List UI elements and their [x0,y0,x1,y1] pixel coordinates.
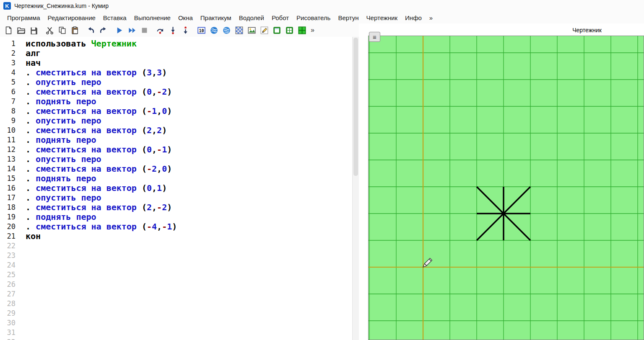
step-into-button[interactable] [167,25,179,36]
drawer-pane: Чертежник ≡ [363,23,644,340]
code-text: . сместиться на вектор (3,3) [26,68,167,77]
code-line-4[interactable]: 4. сместиться на вектор (3,3) [0,68,352,77]
line-number: 2 [0,49,17,58]
line-number: 26 [0,280,17,289]
undo-button[interactable] [85,25,96,36]
line-number: 28 [0,299,17,309]
code-editor[interactable]: 1использовать Чертежник2алг3нач4. смести… [0,37,352,340]
code-line-29[interactable]: 29 [0,309,352,318]
code-line-3[interactable]: 3нач [0,58,352,68]
menu-overflow-button[interactable]: » [426,13,436,23]
drawer-window-button[interactable] [283,25,295,36]
vodoley-button[interactable] [208,25,220,36]
run-icon [115,26,123,34]
editor-scrollbar-thumb[interactable] [353,38,358,176]
new-button[interactable] [3,25,14,36]
code-line-12[interactable]: 12. сместиться на вектор (0,-1) [0,145,352,155]
redo-button[interactable] [97,25,109,36]
code-line-23[interactable]: 23 [0,251,352,260]
code-line-28[interactable]: 28 [0,299,352,309]
code-line-32[interactable]: 32 [0,337,352,340]
code-text: использовать Чертежник [26,39,137,49]
drawer-field-button[interactable] [296,25,308,36]
code-line-11[interactable]: 11. поднять перо [0,135,352,145]
code-line-7[interactable]: 7. поднять перо [0,97,352,106]
menu-item-11[interactable]: Чертежник [363,13,402,23]
vodoley-icon [210,26,218,34]
line-number: 14 [0,164,17,174]
line-number: 15 [0,174,17,183]
paste-button[interactable] [69,25,80,36]
code-line-19[interactable]: 19. поднять перо [0,212,352,222]
copy-button[interactable] [56,25,68,36]
code-line-5[interactable]: 5. опустить перо [0,77,352,87]
code-text: . опустить перо [26,193,101,203]
cut-button[interactable] [44,25,55,36]
code-line-18[interactable]: 18. сместиться на вектор (2,-2) [0,203,352,212]
code-text: . поднять перо [26,174,96,183]
code-line-17[interactable]: 17. опустить перо [0,193,352,203]
toolbar: 10» [0,23,359,37]
menu-item-10[interactable]: Вертун [334,13,362,23]
code-line-9[interactable]: 9. опустить перо [0,116,352,126]
code-text: . сместиться на вектор (-2,0) [26,164,172,174]
code-line-2[interactable]: 2алг [0,49,352,58]
menu-item-8[interactable]: Робот [268,13,293,23]
menu-item-1[interactable]: Программа [3,13,44,23]
robot-field-icon [235,26,243,34]
stop-icon [140,26,148,34]
binary-code-button[interactable]: 10 [195,25,207,36]
stop-button[interactable] [138,25,150,36]
code-line-27[interactable]: 27 [0,289,352,299]
code-text: . сместиться на вектор (2,2) [26,126,167,135]
step-over-button[interactable] [154,25,166,36]
line-number: 22 [0,241,17,251]
code-line-24[interactable]: 24 [0,260,352,270]
code-line-25[interactable]: 25 [0,270,352,280]
save-icon [30,26,38,34]
toolbar-overflow-button[interactable]: » [308,26,317,34]
toolbar-separator [192,25,195,35]
code-text: . сместиться на вектор (0,-2) [26,87,172,97]
step-out-icon [182,26,190,34]
code-line-16[interactable]: 16. сместиться на вектор (0,1) [0,183,352,193]
code-text: . сместиться на вектор (0,-1) [26,145,172,155]
menu-item-3[interactable]: Вставка [99,13,130,23]
code-line-10[interactable]: 10. сместиться на вектор (2,2) [0,126,352,135]
menu-item-12[interactable]: Инфо [401,13,426,23]
code-line-15[interactable]: 15. поднять перо [0,174,352,183]
code-line-14[interactable]: 14. сместиться на вектор (-2,0) [0,164,352,174]
open-button[interactable] [15,25,27,36]
drawer-menu-button[interactable]: ≡ [369,32,380,42]
code-line-20[interactable]: 20. сместиться на вектор (-4,-1) [0,222,352,232]
code-line-26[interactable]: 26 [0,280,352,289]
run-step-button[interactable] [126,25,138,36]
code-line-8[interactable]: 8. сместиться на вектор (-1,0) [0,106,352,116]
menu-item-5[interactable]: Окна [174,13,197,23]
code-line-13[interactable]: 13. опустить перо [0,155,352,164]
turner-window-button[interactable] [271,25,283,36]
pencil-editor-button[interactable] [258,25,270,36]
line-number: 8 [0,106,17,116]
code-line-1[interactable]: 1использовать Чертежник [0,39,352,49]
cut-icon [46,26,54,34]
painter-button[interactable] [246,25,257,36]
save-button[interactable] [28,25,39,36]
code-line-30[interactable]: 30 [0,318,352,328]
vodoley-tools-button[interactable] [221,25,232,36]
menu-item-6[interactable]: Практикум [197,13,235,23]
step-out-button[interactable] [179,25,191,36]
editor-scrollbar[interactable] [352,37,359,340]
code-line-31[interactable]: 31 [0,328,352,337]
run-button[interactable] [113,25,125,36]
snowflake-drawing [477,187,530,240]
menu-item-2[interactable]: Редактирование [44,13,99,23]
robot-field-button[interactable] [233,25,245,36]
menu-item-4[interactable]: Выполнение [130,13,174,23]
menu-item-7[interactable]: Водолей [235,13,268,23]
menu-item-9[interactable]: Рисователь [293,13,334,23]
line-number: 16 [0,183,17,193]
code-line-6[interactable]: 6. сместиться на вектор (0,-2) [0,87,352,97]
code-line-21[interactable]: 21кон [0,232,352,241]
code-line-22[interactable]: 22 [0,241,352,251]
